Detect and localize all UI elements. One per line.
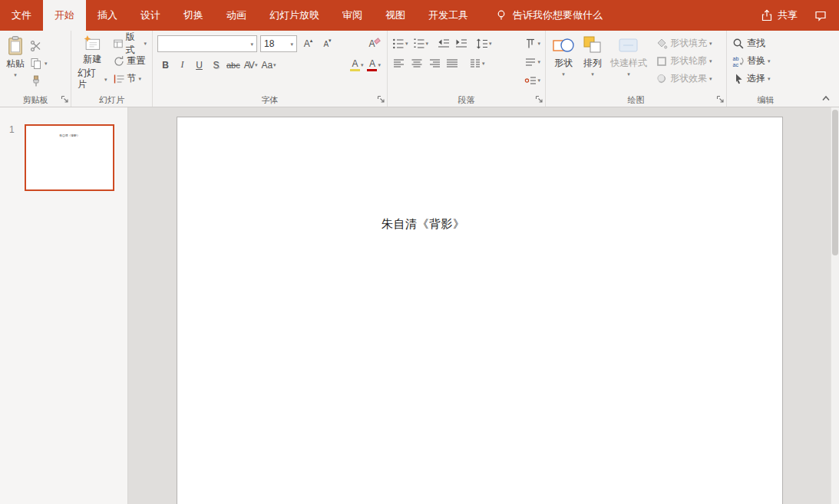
tab-insert[interactable]: 插入: [86, 0, 129, 31]
shapes-button[interactable]: 形状 ▾: [549, 33, 578, 93]
shrink-font-letter: A: [323, 40, 329, 48]
replace-button[interactable]: 替换▾: [730, 52, 773, 70]
quick-styles-button[interactable]: 快速样式 ▾: [607, 33, 650, 93]
copy-button[interactable]: ▾: [28, 54, 50, 72]
slide-1-thumbnail[interactable]: 朱自清《背影》: [25, 124, 114, 191]
font-name-input[interactable]: [161, 38, 249, 49]
align-center-button[interactable]: [408, 55, 424, 71]
chevron-down-icon: ▾: [361, 62, 364, 68]
share-icon: [761, 9, 773, 21]
arrange-button[interactable]: 排列 ▾: [578, 33, 607, 93]
scrollbar-thumb[interactable]: [832, 110, 838, 255]
editing-group-label: 编辑: [758, 94, 775, 106]
slide-thumbnail-panel[interactable]: 1 朱自清《背影》: [0, 107, 128, 504]
clipboard-dialog-launcher-icon[interactable]: [61, 95, 69, 104]
clear-formatting-button[interactable]: A: [366, 36, 382, 52]
convert-to-smartart-button[interactable]: ▾: [523, 72, 542, 88]
bold-button[interactable]: B: [157, 57, 173, 73]
slide-1[interactable]: 朱自清《背影》: [177, 117, 783, 504]
tab-developer[interactable]: 开发工具: [417, 0, 480, 31]
format-painter-button[interactable]: [28, 72, 50, 90]
slide-number: 1: [0, 124, 15, 135]
font-color-button[interactable]: A▾: [365, 57, 382, 73]
columns-button[interactable]: ▾: [467, 55, 487, 71]
text-shadow-button[interactable]: S: [208, 57, 224, 73]
font-name-combobox[interactable]: ▾: [157, 35, 257, 52]
align-text-button[interactable]: ▾: [523, 54, 542, 70]
vertical-scrollbar[interactable]: [831, 107, 839, 504]
find-button[interactable]: 查找: [730, 35, 773, 52]
select-cursor-icon: [732, 73, 745, 85]
chevron-down-icon: ▾: [709, 58, 712, 64]
decrease-indent-button[interactable]: [435, 35, 451, 51]
paste-button[interactable]: 粘贴 ▾: [3, 33, 28, 93]
tab-home[interactable]: 开始: [43, 0, 86, 31]
select-button[interactable]: 选择▾: [730, 70, 773, 87]
align-text-icon: [524, 56, 537, 68]
change-case-button[interactable]: Aa▾: [259, 57, 277, 73]
chevron-down-icon: ▾: [378, 62, 381, 68]
grow-font-button[interactable]: A▴: [300, 36, 316, 52]
share-button[interactable]: 共享: [761, 8, 798, 22]
align-left-button[interactable]: [391, 55, 407, 71]
chevron-down-icon: ▾: [537, 59, 540, 64]
shrink-font-button[interactable]: A▾: [319, 36, 335, 52]
align-center-icon: [411, 58, 423, 70]
font-size-input[interactable]: [264, 38, 289, 49]
scissors-icon: [30, 40, 42, 52]
decrease-indent-icon: [438, 38, 450, 50]
text-highlight-button[interactable]: A▾: [348, 57, 365, 73]
strikethrough-button[interactable]: abc: [225, 57, 242, 73]
new-slide-button[interactable]: 新建 幻灯片▾: [74, 33, 111, 93]
italic-button[interactable]: I: [174, 57, 190, 73]
clipboard-icon: [7, 35, 24, 56]
text-direction-button[interactable]: ▾: [523, 35, 542, 51]
section-icon: [113, 73, 125, 85]
up-arrow-icon: ▴: [310, 38, 313, 44]
replace-label: 替换: [747, 54, 765, 68]
slide-editor-canvas[interactable]: 朱自清《背影》: [128, 107, 839, 504]
chevron-down-icon: ▾: [14, 72, 17, 77]
tab-view[interactable]: 视图: [374, 0, 417, 31]
shape-fill-label: 形状填充: [670, 37, 707, 50]
shape-outline-button[interactable]: 形状轮廓▾: [653, 52, 715, 70]
cut-button[interactable]: [28, 37, 50, 54]
tab-slideshow[interactable]: 幻灯片放映: [258, 0, 331, 31]
comments-icon[interactable]: [814, 9, 827, 21]
reset-button[interactable]: 重置: [111, 52, 149, 70]
chevron-down-icon: ▾: [627, 71, 630, 77]
shape-fill-button[interactable]: 形状填充▾: [653, 35, 715, 52]
ribbon-tab-bar: 文件 开始 插入 设计 切换 动画 幻灯片放映 审阅 视图 开发工具 告诉我你想…: [0, 0, 839, 31]
layout-button[interactable]: 版式▾: [111, 35, 149, 52]
numbering-button[interactable]: ▾: [411, 35, 431, 51]
tab-file[interactable]: 文件: [0, 0, 43, 31]
font-size-combobox[interactable]: ▾: [260, 35, 297, 52]
align-right-button[interactable]: [426, 55, 442, 71]
chevron-down-icon: ▾: [104, 77, 107, 82]
chevron-down-icon: ▾: [273, 62, 276, 68]
tell-me-box[interactable]: 告诉我你想要做什么: [486, 0, 612, 31]
shape-outline-icon: [656, 55, 668, 68]
increase-indent-button[interactable]: [453, 35, 469, 51]
slide-title-text[interactable]: 朱自清《背影》: [382, 217, 465, 232]
bullets-button[interactable]: ▾: [391, 35, 410, 51]
down-arrow-icon: ▾: [329, 38, 332, 44]
collapse-ribbon-icon[interactable]: [820, 93, 832, 104]
tab-animations[interactable]: 动画: [215, 0, 258, 31]
justify-icon: [446, 58, 458, 70]
paragraph-dialog-launcher-icon[interactable]: [535, 95, 543, 104]
drawing-dialog-launcher-icon[interactable]: [716, 95, 725, 104]
shape-effects-button[interactable]: 形状效果▾: [653, 70, 715, 87]
line-spacing-button[interactable]: ▾: [474, 35, 494, 51]
tab-review[interactable]: 审阅: [331, 0, 374, 31]
justify-button[interactable]: [444, 55, 460, 71]
tab-transitions[interactable]: 切换: [172, 0, 215, 31]
character-spacing-button[interactable]: AV▾: [243, 57, 259, 73]
section-button[interactable]: 节▾: [111, 70, 149, 87]
chevron-down-icon: ▾: [489, 41, 492, 46]
align-right-icon: [428, 58, 441, 70]
tab-design[interactable]: 设计: [129, 0, 172, 31]
font-dialog-launcher-icon[interactable]: [377, 95, 385, 104]
highlight-color-bar: [350, 69, 360, 71]
underline-button[interactable]: U: [191, 57, 207, 73]
